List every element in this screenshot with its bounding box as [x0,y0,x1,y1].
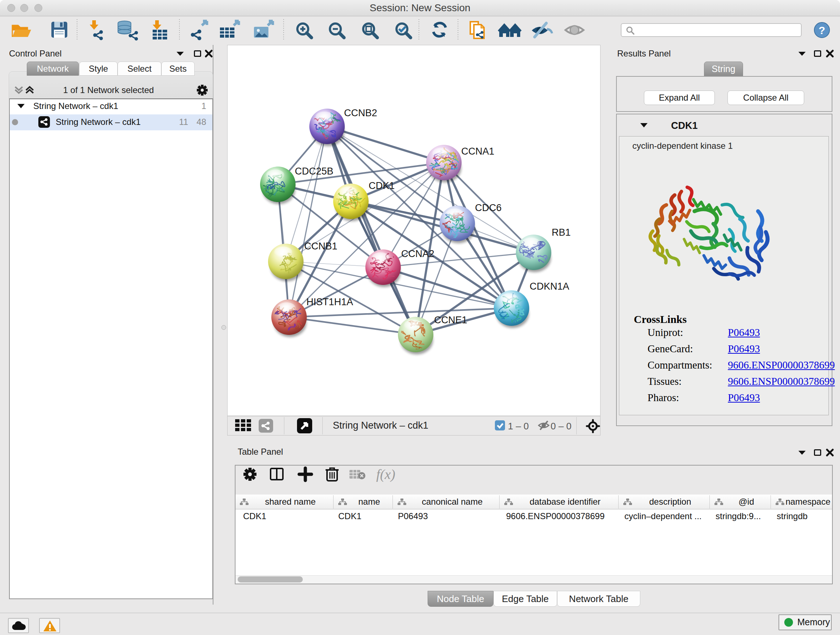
svg-text:CDC25B: CDC25B [295,166,333,177]
svg-text:CCNA1: CCNA1 [461,146,494,157]
svg-text:CCNE1: CCNE1 [434,315,467,325]
svg-text:RB1: RB1 [552,227,571,238]
svg-text:CCNB2: CCNB2 [344,108,377,119]
svg-text:CDK1: CDK1 [369,180,395,191]
svg-text:CCNA2: CCNA2 [401,249,434,259]
svg-text:HIST1H1A: HIST1H1A [306,296,353,307]
svg-text:CDC6: CDC6 [475,203,502,213]
svg-text:CDKN1A: CDKN1A [530,281,569,292]
svg-text:CCNB1: CCNB1 [304,241,338,252]
